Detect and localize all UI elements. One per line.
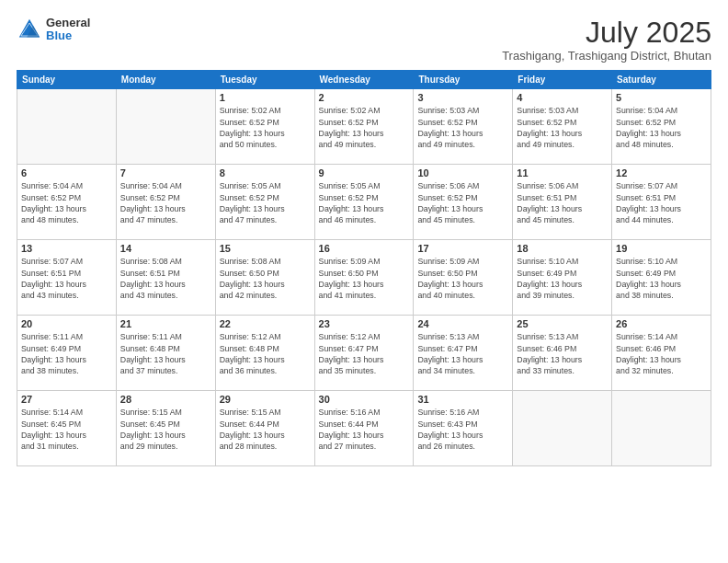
day-number: 14 [120, 243, 211, 254]
table-row: 7 Sunrise: 5:04 AM Sunset: 6:52 PM Dayli… [116, 165, 215, 240]
day-number: 23 [319, 318, 410, 329]
day-info: Sunrise: 5:11 AM Sunset: 6:48 PM Dayligh… [120, 331, 211, 376]
table-row: 18 Sunrise: 5:10 AM Sunset: 6:49 PM Dayl… [513, 240, 612, 316]
day-info: Sunrise: 5:05 AM Sunset: 6:52 PM Dayligh… [319, 180, 410, 225]
day-info: Sunrise: 5:04 AM Sunset: 6:52 PM Dayligh… [21, 180, 112, 225]
day-number: 21 [120, 318, 211, 329]
table-row: 6 Sunrise: 5:04 AM Sunset: 6:52 PM Dayli… [17, 165, 117, 240]
day-info: Sunrise: 5:16 AM Sunset: 6:44 PM Dayligh… [319, 407, 410, 452]
day-number: 2 [319, 92, 410, 103]
table-row: 5 Sunrise: 5:04 AM Sunset: 6:52 PM Dayli… [612, 89, 711, 165]
calendar-table: Sunday Monday Tuesday Wednesday Thursday… [17, 70, 711, 466]
day-info: Sunrise: 5:09 AM Sunset: 6:50 PM Dayligh… [417, 256, 508, 301]
day-info: Sunrise: 5:07 AM Sunset: 6:51 PM Dayligh… [21, 256, 112, 301]
day-info: Sunrise: 5:06 AM Sunset: 6:51 PM Dayligh… [517, 180, 608, 225]
day-number: 13 [21, 243, 112, 254]
day-number: 20 [21, 318, 112, 329]
day-info: Sunrise: 5:14 AM Sunset: 6:45 PM Dayligh… [21, 407, 112, 452]
day-number: 16 [319, 243, 410, 254]
day-info: Sunrise: 5:04 AM Sunset: 6:52 PM Dayligh… [616, 105, 707, 150]
table-row: 25 Sunrise: 5:13 AM Sunset: 6:46 PM Dayl… [513, 316, 612, 391]
table-row: 4 Sunrise: 5:03 AM Sunset: 6:52 PM Dayli… [513, 89, 612, 165]
day-info: Sunrise: 5:16 AM Sunset: 6:43 PM Dayligh… [417, 407, 508, 452]
page: General Blue July 2025 Trashigang, Trash… [0, 0, 728, 563]
table-row: 19 Sunrise: 5:10 AM Sunset: 6:49 PM Dayl… [612, 240, 711, 316]
table-row: 26 Sunrise: 5:14 AM Sunset: 6:46 PM Dayl… [612, 316, 711, 391]
table-row: 21 Sunrise: 5:11 AM Sunset: 6:48 PM Dayl… [116, 316, 215, 391]
day-info: Sunrise: 5:05 AM Sunset: 6:52 PM Dayligh… [220, 180, 311, 225]
table-row: 29 Sunrise: 5:15 AM Sunset: 6:44 PM Dayl… [215, 391, 314, 466]
day-info: Sunrise: 5:10 AM Sunset: 6:49 PM Dayligh… [517, 256, 608, 301]
table-row: 30 Sunrise: 5:16 AM Sunset: 6:44 PM Dayl… [314, 391, 414, 466]
day-info: Sunrise: 5:15 AM Sunset: 6:44 PM Dayligh… [220, 407, 311, 452]
day-info: Sunrise: 5:02 AM Sunset: 6:52 PM Dayligh… [220, 105, 311, 150]
col-monday: Monday [116, 71, 215, 89]
table-row: 31 Sunrise: 5:16 AM Sunset: 6:43 PM Dayl… [414, 391, 513, 466]
day-number: 1 [220, 92, 311, 103]
day-info: Sunrise: 5:02 AM Sunset: 6:52 PM Dayligh… [319, 105, 410, 150]
day-info: Sunrise: 5:14 AM Sunset: 6:46 PM Dayligh… [616, 331, 707, 376]
header: General Blue July 2025 Trashigang, Trash… [17, 17, 711, 63]
day-number: 5 [616, 92, 707, 103]
day-number: 30 [319, 394, 410, 405]
table-row [116, 89, 215, 165]
table-row: 20 Sunrise: 5:11 AM Sunset: 6:49 PM Dayl… [17, 316, 117, 391]
col-tuesday: Tuesday [215, 71, 314, 89]
day-number: 25 [517, 318, 608, 329]
day-info: Sunrise: 5:07 AM Sunset: 6:51 PM Dayligh… [616, 180, 707, 225]
table-row: 23 Sunrise: 5:12 AM Sunset: 6:47 PM Dayl… [314, 316, 414, 391]
col-thursday: Thursday [414, 71, 513, 89]
day-info: Sunrise: 5:10 AM Sunset: 6:49 PM Dayligh… [616, 256, 707, 301]
day-info: Sunrise: 5:13 AM Sunset: 6:47 PM Dayligh… [417, 331, 508, 376]
logo-text: General Blue [46, 17, 90, 43]
day-number: 8 [220, 167, 311, 178]
day-number: 4 [517, 92, 608, 103]
table-row: 1 Sunrise: 5:02 AM Sunset: 6:52 PM Dayli… [215, 89, 314, 165]
table-row: 17 Sunrise: 5:09 AM Sunset: 6:50 PM Dayl… [414, 240, 513, 316]
logo-general-text: General [46, 17, 90, 29]
table-row: 13 Sunrise: 5:07 AM Sunset: 6:51 PM Dayl… [17, 240, 117, 316]
calendar-subtitle: Trashigang, Trashigang District, Bhutan [502, 49, 711, 63]
day-number: 10 [417, 167, 508, 178]
col-saturday: Saturday [612, 71, 711, 89]
day-info: Sunrise: 5:03 AM Sunset: 6:52 PM Dayligh… [517, 105, 608, 150]
table-row: 9 Sunrise: 5:05 AM Sunset: 6:52 PM Dayli… [314, 165, 414, 240]
day-number: 27 [21, 394, 112, 405]
logo: General Blue [17, 17, 90, 43]
day-number: 19 [616, 243, 707, 254]
col-wednesday: Wednesday [314, 71, 414, 89]
title-block: July 2025 Trashigang, Trashigang Distric… [502, 17, 711, 63]
table-row: 28 Sunrise: 5:15 AM Sunset: 6:45 PM Dayl… [116, 391, 215, 466]
day-info: Sunrise: 5:12 AM Sunset: 6:47 PM Dayligh… [319, 331, 410, 376]
day-number: 11 [517, 167, 608, 178]
day-info: Sunrise: 5:11 AM Sunset: 6:49 PM Dayligh… [21, 331, 112, 376]
day-info: Sunrise: 5:09 AM Sunset: 6:50 PM Dayligh… [319, 256, 410, 301]
table-row: 16 Sunrise: 5:09 AM Sunset: 6:50 PM Dayl… [314, 240, 414, 316]
table-row [513, 391, 612, 466]
calendar-header-row: Sunday Monday Tuesday Wednesday Thursday… [17, 71, 711, 89]
table-row: 15 Sunrise: 5:08 AM Sunset: 6:50 PM Dayl… [215, 240, 314, 316]
day-number: 3 [417, 92, 508, 103]
day-info: Sunrise: 5:15 AM Sunset: 6:45 PM Dayligh… [120, 407, 211, 452]
table-row: 8 Sunrise: 5:05 AM Sunset: 6:52 PM Dayli… [215, 165, 314, 240]
day-number: 15 [220, 243, 311, 254]
day-number: 18 [517, 243, 608, 254]
day-info: Sunrise: 5:12 AM Sunset: 6:48 PM Dayligh… [220, 331, 311, 376]
day-info: Sunrise: 5:04 AM Sunset: 6:52 PM Dayligh… [120, 180, 211, 225]
day-number: 26 [616, 318, 707, 329]
day-number: 31 [417, 394, 508, 405]
day-number: 24 [417, 318, 508, 329]
col-friday: Friday [513, 71, 612, 89]
day-info: Sunrise: 5:03 AM Sunset: 6:52 PM Dayligh… [417, 105, 508, 150]
day-number: 22 [220, 318, 311, 329]
calendar-title: July 2025 [502, 17, 711, 49]
table-row: 11 Sunrise: 5:06 AM Sunset: 6:51 PM Dayl… [513, 165, 612, 240]
table-row: 2 Sunrise: 5:02 AM Sunset: 6:52 PM Dayli… [314, 89, 414, 165]
day-number: 28 [120, 394, 211, 405]
day-number: 17 [417, 243, 508, 254]
day-info: Sunrise: 5:13 AM Sunset: 6:46 PM Dayligh… [517, 331, 608, 376]
day-info: Sunrise: 5:08 AM Sunset: 6:50 PM Dayligh… [220, 256, 311, 301]
col-sunday: Sunday [17, 71, 117, 89]
table-row: 27 Sunrise: 5:14 AM Sunset: 6:45 PM Dayl… [17, 391, 117, 466]
logo-icon [17, 17, 42, 42]
